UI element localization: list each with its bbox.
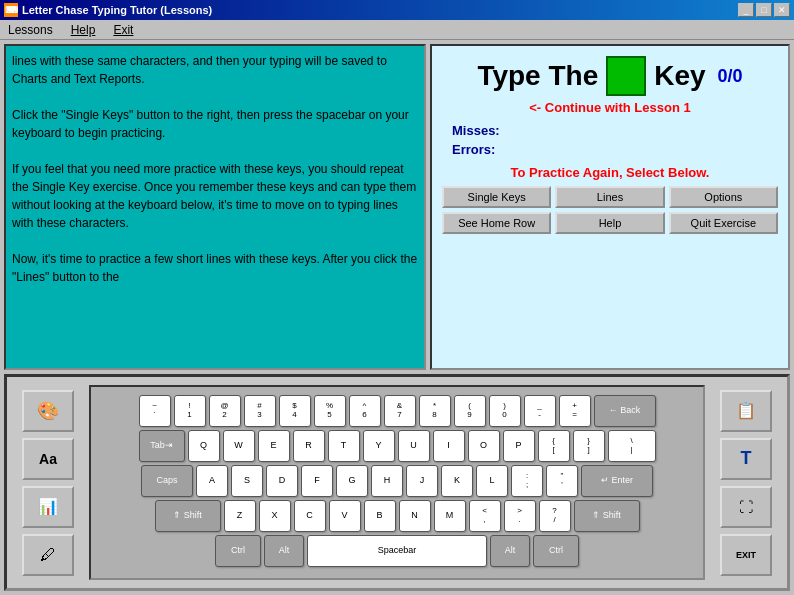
- grid-button[interactable]: ⛶: [720, 486, 772, 528]
- key-9[interactable]: (9: [454, 395, 486, 427]
- color-picker-button[interactable]: 🎨: [22, 390, 74, 432]
- key-x[interactable]: X: [259, 500, 291, 532]
- key-f[interactable]: F: [301, 465, 333, 497]
- menu-lessons[interactable]: Lessons: [4, 21, 57, 39]
- key-l[interactable]: L: [476, 465, 508, 497]
- key-right-alt[interactable]: Alt: [490, 535, 530, 567]
- current-key-box: [606, 56, 646, 96]
- key-e[interactable]: E: [258, 430, 290, 462]
- key-minus[interactable]: _-: [524, 395, 556, 427]
- key-8[interactable]: *8: [419, 395, 451, 427]
- single-keys-button[interactable]: Single Keys: [442, 186, 551, 208]
- key-row-asdf: Caps A S D F G H J K L :; "' ↵ Enter: [99, 465, 695, 497]
- key-tilde-backtick[interactable]: ~`: [139, 395, 171, 427]
- keyboard-area: 🎨 Aa 📊 🖊 ~` !1 @2 #3 $4 %5 ^6 &7 *8 (9 )…: [4, 374, 790, 591]
- key-d[interactable]: D: [266, 465, 298, 497]
- text-panel[interactable]: lines with these same characters, and th…: [4, 44, 426, 370]
- key-t[interactable]: T: [328, 430, 360, 462]
- minimize-button[interactable]: _: [738, 3, 754, 17]
- key-left-alt[interactable]: Alt: [264, 535, 304, 567]
- key-g[interactable]: G: [336, 465, 368, 497]
- title-bar: ⌨ Letter Chase Typing Tutor (Lessons) _ …: [0, 0, 794, 20]
- key-1[interactable]: !1: [174, 395, 206, 427]
- menu-bar: Lessons Help Exit: [0, 20, 794, 40]
- clipboard-button[interactable]: 📋: [720, 390, 772, 432]
- errors-label: Errors:: [452, 142, 495, 157]
- key-y[interactable]: Y: [363, 430, 395, 462]
- key-tab[interactable]: Tab⇥: [139, 430, 185, 462]
- key-equals[interactable]: +=: [559, 395, 591, 427]
- key-semicolon[interactable]: :;: [511, 465, 543, 497]
- help-button[interactable]: Help: [555, 212, 664, 234]
- title-bar-controls: _ □ ✕: [738, 3, 790, 17]
- maximize-button[interactable]: □: [756, 3, 772, 17]
- charts-button[interactable]: 📊: [22, 486, 74, 528]
- menu-exit[interactable]: Exit: [109, 21, 137, 39]
- key-n[interactable]: N: [399, 500, 431, 532]
- key-right-shift[interactable]: ⇑ Shift: [574, 500, 640, 532]
- right-toolbar: 📋 T ⛶ EXIT: [711, 385, 781, 580]
- key-7[interactable]: &7: [384, 395, 416, 427]
- misses-label: Misses:: [452, 123, 500, 138]
- text-button[interactable]: T: [720, 438, 772, 480]
- key-backslash[interactable]: \|: [608, 430, 656, 462]
- key-h[interactable]: H: [371, 465, 403, 497]
- key-row-bottom: Ctrl Alt Spacebar Alt Ctrl: [99, 535, 695, 567]
- exit-button[interactable]: EXIT: [720, 534, 772, 576]
- key-p[interactable]: P: [503, 430, 535, 462]
- lines-button[interactable]: Lines: [555, 186, 664, 208]
- key-4[interactable]: $4: [279, 395, 311, 427]
- key-2[interactable]: @2: [209, 395, 241, 427]
- typing-panel: Type The Key 0/0 <- Continue with Lesson…: [430, 44, 790, 370]
- key-o[interactable]: O: [468, 430, 500, 462]
- key-right-ctrl[interactable]: Ctrl: [533, 535, 579, 567]
- key-3[interactable]: #3: [244, 395, 276, 427]
- options-button[interactable]: Options: [669, 186, 778, 208]
- key-caps-lock[interactable]: Caps: [141, 465, 193, 497]
- key-m[interactable]: M: [434, 500, 466, 532]
- key-close-bracket[interactable]: }]: [573, 430, 605, 462]
- quit-exercise-button[interactable]: Quit Exercise: [669, 212, 778, 234]
- misses-errors-section: Misses: Errors:: [442, 123, 778, 157]
- key-v[interactable]: V: [329, 500, 361, 532]
- key-row-zxcv: ⇑ Shift Z X C V B N M <, >. ?/ ⇑ Shift: [99, 500, 695, 532]
- key-5[interactable]: %5: [314, 395, 346, 427]
- type-the-key-display: Type The Key 0/0: [477, 56, 742, 96]
- key-z[interactable]: Z: [224, 500, 256, 532]
- see-home-row-button[interactable]: See Home Row: [442, 212, 551, 234]
- key-enter[interactable]: ↵ Enter: [581, 465, 653, 497]
- pen-button[interactable]: 🖊: [22, 534, 74, 576]
- key-w[interactable]: W: [223, 430, 255, 462]
- key-left-ctrl[interactable]: Ctrl: [215, 535, 261, 567]
- key-open-bracket[interactable]: {[: [538, 430, 570, 462]
- key-a[interactable]: A: [196, 465, 228, 497]
- title-bar-left: ⌨ Letter Chase Typing Tutor (Lessons): [4, 3, 212, 17]
- key-quote[interactable]: "': [546, 465, 578, 497]
- key-i[interactable]: I: [433, 430, 465, 462]
- left-toolbar: 🎨 Aa 📊 🖊: [13, 385, 83, 580]
- font-size-button[interactable]: Aa: [22, 438, 74, 480]
- key-left-shift[interactable]: ⇑ Shift: [155, 500, 221, 532]
- key-c[interactable]: C: [294, 500, 326, 532]
- app-icon: ⌨: [4, 3, 18, 17]
- key-j[interactable]: J: [406, 465, 438, 497]
- close-button[interactable]: ✕: [774, 3, 790, 17]
- menu-help[interactable]: Help: [67, 21, 100, 39]
- key-row-numbers: ~` !1 @2 #3 $4 %5 ^6 &7 *8 (9 )0 _- += ←…: [99, 395, 695, 427]
- key-u[interactable]: U: [398, 430, 430, 462]
- key-0[interactable]: )0: [489, 395, 521, 427]
- key-period[interactable]: >.: [504, 500, 536, 532]
- key-s[interactable]: S: [231, 465, 263, 497]
- key-q[interactable]: Q: [188, 430, 220, 462]
- key-comma[interactable]: <,: [469, 500, 501, 532]
- key-6[interactable]: ^6: [349, 395, 381, 427]
- key-b[interactable]: B: [364, 500, 396, 532]
- key-spacebar[interactable]: Spacebar: [307, 535, 487, 567]
- practice-again-label: To Practice Again, Select Below.: [511, 165, 710, 180]
- top-section: lines with these same characters, and th…: [0, 40, 794, 374]
- key-backspace[interactable]: ← Back: [594, 395, 656, 427]
- key-r[interactable]: R: [293, 430, 325, 462]
- key-row-qwerty: Tab⇥ Q W E R T Y U I O P {[ }] \|: [99, 430, 695, 462]
- key-k[interactable]: K: [441, 465, 473, 497]
- key-slash[interactable]: ?/: [539, 500, 571, 532]
